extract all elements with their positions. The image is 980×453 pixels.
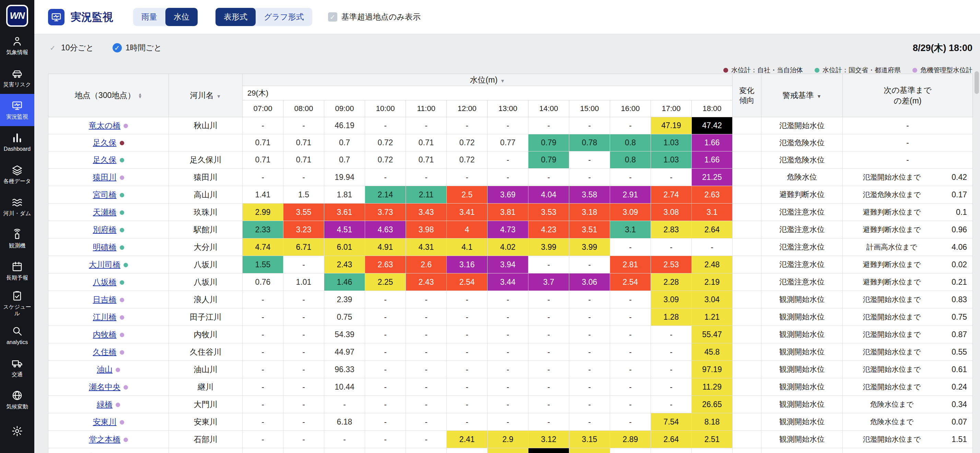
level-value-cell: - <box>243 396 283 413</box>
col-header-river[interactable]: 河川名▼ <box>169 74 243 117</box>
filter-caret-icon[interactable]: ▼ <box>500 78 505 84</box>
interval-option-10min[interactable]: 10分ごと <box>48 43 94 53</box>
view-option-graph[interactable]: グラフ形式 <box>256 8 312 26</box>
level-value-cell: - <box>283 448 324 453</box>
level-value-cell: 55.47 <box>692 326 733 343</box>
vertical-scrollbar-thumb[interactable] <box>975 71 979 94</box>
station-link[interactable]: 堂之本橋 <box>89 435 121 444</box>
station-link[interactable]: 八坂橋 <box>93 277 117 287</box>
sidebar-item-実況監視[interactable]: 実況監視 <box>0 94 34 126</box>
station-link[interactable]: 日吉橋 <box>93 295 117 304</box>
sidebar-item-Dashboard[interactable]: Dashboard <box>0 126 34 158</box>
col-header-water-level[interactable]: 水位(m)▼ <box>243 74 733 86</box>
station-link[interactable]: 別府橋 <box>93 225 117 234</box>
level-value-cell: - <box>447 378 488 396</box>
station-link[interactable]: 江川橋 <box>93 312 117 322</box>
level-value-cell: - <box>488 378 528 396</box>
station-link[interactable]: 竜太の橋 <box>89 121 121 130</box>
level-value-cell: 0.77 <box>488 134 528 152</box>
level-value-cell: - <box>651 239 692 256</box>
view-option-table[interactable]: 表形式 <box>215 8 256 26</box>
station-link[interactable]: 大川司橋 <box>89 260 121 269</box>
mode-option-water-level[interactable]: 水位 <box>165 8 198 26</box>
station-link[interactable]: 緑橋 <box>97 400 113 409</box>
sidebar-item-extra[interactable] <box>0 416 34 448</box>
sidebar-item-交通[interactable]: 交通 <box>0 352 34 384</box>
sidebar-item-観測機[interactable]: 観測機 <box>0 223 34 255</box>
dashboard-icon <box>11 132 23 144</box>
station-cell: 日吉橋 <box>48 291 169 308</box>
station-link[interactable]: 猿田川 <box>93 173 117 182</box>
sidebar-item-スケジュール[interactable]: スケジュール <box>0 287 34 319</box>
level-value-cell: 2.63 <box>692 186 733 204</box>
level-value-cell: 0.8 <box>610 152 651 169</box>
station-link[interactable]: 天瀬橋 <box>93 207 117 217</box>
level-value-cell: - <box>243 343 283 361</box>
wn-logo[interactable]: WN <box>6 5 28 27</box>
level-value-cell: 2.14 <box>365 186 406 204</box>
checkbox-check-icon <box>328 12 337 22</box>
river-name: 石部川 <box>169 431 243 448</box>
level-value-cell: - <box>610 448 651 453</box>
sidebar-item-河川・ダム[interactable]: 河川・ダム <box>0 190 34 223</box>
station-link[interactable]: 油山 <box>97 365 113 374</box>
level-value-cell: - <box>365 413 406 431</box>
next-threshold-cell: 危険水位まで0.34 <box>843 396 973 413</box>
level-value-cell: 3.08 <box>651 204 692 221</box>
level-value-cell: - <box>651 378 692 396</box>
sidebar-item-analytics[interactable]: analytics <box>0 319 34 352</box>
sidebar-item-label: 気象情報 <box>5 49 29 55</box>
station-link[interactable]: 明磧橋 <box>93 242 117 252</box>
level-value-cell: 3.69 <box>488 186 528 204</box>
schedule-icon <box>11 290 23 301</box>
level-value-cell: 1.03 <box>651 134 692 152</box>
dropdown-caret-icon[interactable]: ▼ <box>817 93 821 99</box>
level-value-cell: 3.73 <box>365 204 406 221</box>
level-value-cell: - <box>488 152 528 169</box>
alert-standard-cell: 観測開始水位 <box>761 413 843 431</box>
next-threshold-cell: 氾濫開始水位まで1.1 <box>843 448 973 453</box>
station-link[interactable]: 安東川 <box>93 417 117 426</box>
next-threshold-value: 0.87 <box>941 330 972 339</box>
level-value-cell: 0.7 <box>324 134 365 152</box>
station-link[interactable]: 足久保 <box>93 138 117 147</box>
col-header-alert-standard[interactable]: 警戒基準▼ <box>761 74 843 117</box>
sort-icon[interactable]: ▲▼ <box>138 93 142 98</box>
sidebar-item-気候変動[interactable]: 気候変動 <box>0 384 34 416</box>
level-value-cell: - <box>365 361 406 378</box>
sidebar-item-災害リスク[interactable]: 災害リスク <box>0 62 34 94</box>
level-value-cell: - <box>406 413 447 431</box>
filter-caret-icon[interactable]: ▼ <box>216 93 221 99</box>
level-value-cell: 2.89 <box>610 431 651 448</box>
level-value-cell: - <box>365 448 406 453</box>
table-row: 八坂橋八坂川0.761.011.462.252.432.543.443.73.0… <box>48 274 973 291</box>
station-cell: 天瀬橋 <box>48 204 169 221</box>
river-name: 江尻川 <box>169 448 243 453</box>
sidebar-item-label: 交通 <box>11 371 24 378</box>
level-value-cell: - <box>447 396 488 413</box>
station-link[interactable]: 内牧橋 <box>93 330 117 339</box>
trend-cell <box>733 308 761 326</box>
time-column-header: 10:00 <box>365 100 406 117</box>
level-value-cell: - <box>406 448 447 453</box>
sidebar-item-各種データ[interactable]: 各種データ <box>0 158 34 190</box>
sidebar-item-気象情報[interactable]: 気象情報 <box>0 30 34 62</box>
alert-standard-cell: 氾濫危険水位 <box>761 134 843 152</box>
exceed-only-checkbox[interactable]: 基準超過地点のみ表示 <box>328 12 421 22</box>
live-monitor-app-icon <box>48 9 65 25</box>
page-title: 実況監視 <box>71 10 113 24</box>
station-link[interactable]: 久住橋 <box>93 347 117 356</box>
mode-option-rainfall[interactable]: 雨量 <box>133 8 165 26</box>
col-header-station[interactable]: 地点（300地点）▲▼ <box>48 74 169 117</box>
level-value-cell: 0.72 <box>447 134 488 152</box>
interval-option-1hour[interactable]: 1時間ごと <box>113 43 162 53</box>
level-value-cell: 6.18 <box>324 413 365 431</box>
sidebar-item-長期予報[interactable]: 長期予報 <box>0 255 34 287</box>
sensor-icon <box>11 228 23 240</box>
level-value-cell: - <box>406 431 447 448</box>
station-link[interactable]: 足久保 <box>93 155 117 164</box>
station-link[interactable]: 宮司橋 <box>93 190 117 199</box>
station-link[interactable]: 瀬名中央 <box>89 382 121 391</box>
station-type-dot <box>120 158 124 162</box>
level-value-cell: 1.66 <box>692 152 733 169</box>
